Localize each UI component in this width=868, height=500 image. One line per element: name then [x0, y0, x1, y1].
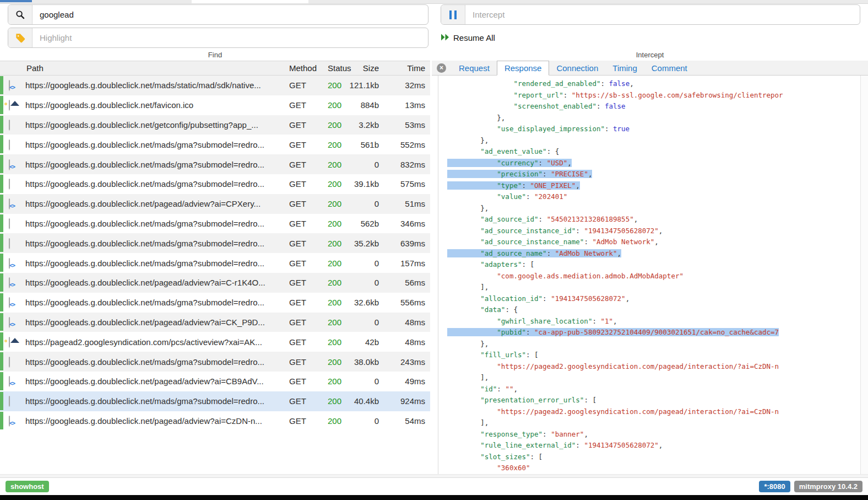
flow-status: 200 — [319, 219, 348, 228]
intercept-input[interactable] — [465, 5, 860, 24]
flow-table-header: Path Method Status Size Time — [0, 61, 430, 76]
flow-method: GET — [285, 160, 319, 169]
flow-path: https://googleads.g.doubleclick.net/mads… — [25, 298, 285, 307]
flow-path: https://googleads.g.doubleclick.net/favi… — [25, 100, 285, 110]
column-header-method[interactable]: Method — [285, 63, 319, 73]
flow-size: 39.1kb — [348, 179, 379, 189]
flow-size: 0 — [348, 199, 379, 208]
doc-document-icon — [9, 357, 10, 367]
column-header-time[interactable]: Time — [379, 63, 425, 73]
flow-path: https://googleads.g.doubleclick.net/mads… — [25, 219, 285, 228]
flow-status: 200 — [319, 100, 348, 110]
code-document-icon — [9, 297, 10, 308]
search-input[interactable] — [32, 5, 428, 24]
flow-type-icon — [9, 80, 25, 90]
flow-row[interactable]: https://googleads.g.doubleclick.net/mads… — [0, 253, 430, 273]
flow-row[interactable]: https://googleads.g.doubleclick.net/mads… — [0, 174, 430, 194]
flow-size: 0 — [348, 278, 379, 287]
json-line: "screenshot_enabled": false — [447, 101, 861, 112]
json-line: "slot_sizes": [ — [447, 451, 861, 463]
flow-time: 56ms — [379, 278, 425, 287]
tab-timing[interactable]: Timing — [605, 61, 644, 75]
json-line: "ad_source_instance_id": "19413475056280… — [447, 225, 861, 237]
column-header-status[interactable]: Status — [319, 63, 348, 73]
json-line: "id": "", — [447, 384, 861, 395]
tab-response[interactable]: Response — [497, 61, 550, 76]
json-line: "adapters": [ — [447, 259, 861, 271]
json-line: "https://pagead2.googlesyndication.com/p… — [447, 406, 861, 418]
json-line: "com.google.ads.mediation.admob.AdMobAda… — [447, 271, 861, 282]
flow-status: 200 — [319, 298, 348, 307]
tab-request[interactable]: Request — [452, 61, 497, 75]
flow-status: 200 — [319, 120, 348, 130]
flow-row[interactable]: https://pagead2.googlesyndication.com/pc… — [0, 332, 430, 352]
resume-all-button[interactable]: Resume All — [441, 33, 495, 42]
flow-row[interactable]: https://googleads.g.doubleclick.net/mads… — [0, 154, 430, 174]
top-edge-blue-segment — [0, 0, 32, 2]
flow-status: 200 — [319, 357, 348, 367]
highlight-input[interactable] — [32, 28, 428, 47]
flow-row[interactable]: https://googleads.g.doubleclick.net/mads… — [0, 293, 430, 313]
version-badge: mitmproxy 10.4.2 — [794, 481, 862, 493]
flow-time: 53ms — [379, 120, 425, 130]
flow-status: 200 — [319, 179, 348, 189]
code-document-icon — [9, 317, 10, 327]
bottom-black-bar — [0, 495, 868, 500]
flow-row[interactable]: https://googleads.g.doubleclick.net/page… — [0, 313, 430, 332]
column-header-size[interactable]: Size — [348, 63, 379, 73]
json-line: "value": "202401" — [447, 191, 861, 203]
close-icon[interactable]: × — [437, 63, 446, 73]
flow-type-icon — [9, 120, 25, 130]
flow-row[interactable]: https://googleads.g.doubleclick.net/mads… — [0, 391, 430, 411]
flow-row[interactable]: https://googleads.g.doubleclick.net/favi… — [0, 95, 430, 115]
flow-row[interactable]: https://googleads.g.doubleclick.net/page… — [0, 194, 430, 214]
flow-row[interactable]: https://googleads.g.doubleclick.net/mads… — [0, 214, 430, 234]
flow-time: 48ms — [379, 318, 425, 327]
image-document-icon — [9, 337, 10, 347]
flow-method: GET — [285, 120, 319, 130]
tab-connection[interactable]: Connection — [549, 61, 605, 75]
flow-time: 639ms — [379, 239, 425, 248]
flow-size: 0 — [348, 416, 379, 426]
flow-method: GET — [285, 357, 319, 367]
flow-size: 40.4kb — [348, 396, 379, 406]
flow-status: 200 — [319, 318, 348, 327]
flow-row[interactable]: https://googleads.g.doubleclick.net/page… — [0, 372, 430, 391]
flow-list-pane: Find Path Method Status Size Time https:… — [0, 3, 430, 474]
flow-path: https://googleads.g.doubleclick.net/page… — [25, 278, 285, 287]
flow-type-icon — [9, 377, 25, 386]
highlight-group — [8, 28, 428, 48]
flow-row[interactable]: https://googleads.g.doubleclick.net/mads… — [0, 233, 430, 253]
flow-row[interactable]: https://googleads.g.doubleclick.net/getc… — [0, 115, 430, 135]
flow-row[interactable]: https://googleads.g.doubleclick.net/page… — [0, 273, 430, 293]
json-line: }, — [447, 203, 861, 214]
search-highlight: "type": "ONE_PIXEL", — [447, 181, 580, 190]
flow-size: 42b — [348, 337, 379, 347]
flow-path: https://googleads.g.doubleclick.net/mads… — [25, 357, 285, 367]
vertical-scrollbar[interactable] — [860, 76, 868, 475]
search-highlight: "currency": "USD", — [447, 159, 572, 167]
flow-type-icon — [9, 160, 25, 169]
tab-comment[interactable]: Comment — [644, 61, 695, 75]
json-line: "rendered_ad_enabled": false, — [447, 78, 861, 90]
flow-method: GET — [285, 377, 319, 386]
json-line: "360x60" — [447, 463, 861, 474]
flow-row[interactable]: https://googleads.g.doubleclick.net/mads… — [0, 76, 430, 95]
flow-row[interactable]: https://googleads.g.doubleclick.net/page… — [0, 411, 430, 431]
doc-document-icon — [9, 218, 10, 229]
flow-type-icon — [9, 337, 25, 347]
flow-row[interactable]: https://googleads.g.doubleclick.net/mads… — [0, 135, 430, 154]
code-document-icon — [9, 376, 10, 386]
column-header-path[interactable]: Path — [25, 63, 285, 73]
json-line: "presentation_error_urls": [ — [447, 395, 861, 406]
flow-path: https://googleads.g.doubleclick.net/mads… — [25, 80, 285, 90]
json-line: "precision": "PRECISE", — [447, 169, 861, 180]
flow-status: 200 — [319, 199, 348, 208]
flow-row[interactable]: https://googleads.g.doubleclick.net/mads… — [0, 352, 430, 372]
flow-path: https://googleads.g.doubleclick.net/mads… — [25, 259, 285, 268]
showhost-option-badge[interactable]: showhost — [6, 481, 49, 493]
detail-pane: Resume All Intercept × Request Response … — [432, 3, 868, 474]
flow-size: 35.2kb — [348, 239, 379, 248]
search-group — [8, 4, 428, 25]
json-code: "rendered_ad_enabled": false, "report_ur… — [438, 76, 861, 475]
